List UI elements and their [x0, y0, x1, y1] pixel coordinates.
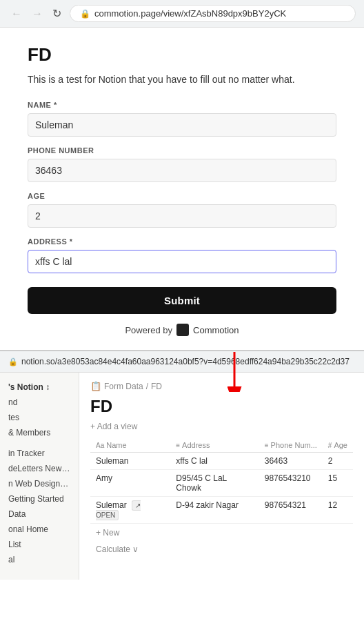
age-label: AGE: [28, 192, 336, 200]
form-page: FD This is a test for Notion that you ha…: [0, 28, 364, 351]
reload-button[interactable]: ↻: [50, 6, 64, 21]
back-button[interactable]: ←: [8, 6, 25, 21]
col-age-icon: #: [328, 442, 332, 449]
notion-table: AaName ≡Address ≡Phone Num... #Age: [90, 438, 353, 524]
sidebar-item-al[interactable]: al: [0, 552, 79, 567]
commotion-link[interactable]: Commotion: [193, 325, 239, 335]
col-age[interactable]: #Age: [323, 438, 353, 453]
cell-address: xffs C lal: [170, 453, 259, 470]
cell-age: 12: [323, 497, 353, 524]
submit-button[interactable]: Submit: [28, 287, 336, 314]
notion-lock-icon: 🔒: [8, 357, 18, 366]
url-text: commotion.page/view/xfZAsbN89dpx9bBY2yCK: [94, 8, 286, 19]
sidebar-item-nd[interactable]: nd: [0, 395, 79, 410]
cell-address: D95/45 C LaL Chowk: [170, 470, 259, 497]
name-label: NAME *: [28, 101, 336, 109]
table-row: Sulemar ↗ OPEN D-94 zakir Nagar 98765432…: [90, 497, 353, 524]
sidebar-item-members[interactable]: & Members: [0, 425, 79, 440]
required-star: *: [54, 101, 57, 109]
required-star-address: *: [70, 237, 73, 246]
nav-buttons: ← → ↻: [8, 6, 64, 21]
lock-icon: 🔒: [80, 9, 90, 19]
form-description: This is a test for Notion that you have …: [28, 72, 336, 87]
notion-page: 's Notion ↕ nd tes & Members in Tracker …: [0, 373, 364, 580]
cell-age: 15: [323, 470, 353, 497]
table-row: Amy D95/45 C LaL Chowk 9876543210 15: [90, 470, 353, 497]
sidebar-item-tracker[interactable]: in Tracker: [0, 446, 79, 461]
calculate-button[interactable]: Calculate ∨: [90, 542, 353, 557]
sidebar-item-newsletter[interactable]: deLetters Newslet...: [0, 461, 79, 476]
phone-label: PHONE NUMBER: [28, 146, 336, 155]
forward-button[interactable]: →: [29, 6, 46, 21]
sidebar-workspace[interactable]: 's Notion ↕: [0, 380, 79, 395]
notion-url: notion.so/a3e8053ac84e4c4fa60aa963124a0b…: [21, 357, 350, 366]
col-name[interactable]: AaName: [90, 438, 170, 453]
open-badge[interactable]: ↗ OPEN: [96, 500, 141, 520]
cell-name[interactable]: Suleman: [90, 453, 170, 470]
cell-phone: 36463: [259, 453, 323, 470]
cell-name[interactable]: Sulemar ↗ OPEN: [90, 497, 170, 524]
breadcrumb-fd: FD: [151, 382, 162, 391]
sidebar-item-tes[interactable]: tes: [0, 410, 79, 425]
sidebar-item-webdesigner[interactable]: n Web Designer Hub: [0, 476, 79, 491]
breadcrumb-formdata: Form Data: [104, 382, 143, 391]
notion-address-bar: 🔒 notion.so/a3e8053ac84e4c4fa60aa963124a…: [0, 351, 364, 373]
address-label: ADDRESS *: [28, 237, 336, 246]
sidebar-item-started[interactable]: Getting Started: [0, 491, 79, 507]
age-input[interactable]: [28, 204, 336, 228]
notion-main: 📋 Form Data / FD FD + Add a view AaName …: [79, 373, 364, 580]
notion-page-title: FD: [90, 397, 353, 416]
cell-name[interactable]: Amy: [90, 470, 170, 497]
col-phone-icon: ≡: [265, 442, 269, 449]
col-phone[interactable]: ≡Phone Num...: [259, 438, 323, 453]
breadcrumb-icon: 📋: [90, 381, 101, 391]
notion-sidebar: 's Notion ↕ nd tes & Members in Tracker …: [0, 373, 79, 580]
browser-chrome: ← → ↻ 🔒 commotion.page/view/xfZAsbN89dpx…: [0, 0, 364, 28]
address-bar[interactable]: 🔒 commotion.page/view/xfZAsbN89dpx9bBY2y…: [70, 5, 356, 22]
sidebar-item-home[interactable]: onal Home: [0, 522, 79, 537]
name-input[interactable]: [28, 113, 336, 137]
commotion-logo: [176, 324, 189, 336]
cell-address: D-94 zakir Nagar: [170, 497, 259, 524]
split-area: 🔒 notion.so/a3e8053ac84e4c4fa60aa963124a…: [0, 351, 364, 580]
new-row-button[interactable]: + New: [90, 524, 353, 542]
phone-input[interactable]: [28, 159, 336, 182]
col-address[interactable]: ≡Address: [170, 438, 259, 453]
address-input[interactable]: [28, 250, 336, 273]
col-name-icon: Aa: [96, 442, 104, 449]
breadcrumb-separator: /: [146, 382, 148, 391]
add-view-button[interactable]: + Add a view: [90, 422, 353, 431]
sidebar-item-blank: [0, 440, 79, 446]
cell-age: 2: [323, 453, 353, 470]
breadcrumb: 📋 Form Data / FD: [90, 381, 353, 391]
cell-phone: 9876543210: [259, 470, 323, 497]
form-title: FD: [28, 44, 336, 66]
powered-by: Powered by Commotion: [28, 324, 336, 336]
sidebar-item-list[interactable]: List: [0, 537, 79, 552]
sidebar-item-data[interactable]: Data: [0, 507, 79, 522]
table-row: Suleman xffs C lal 36463 2: [90, 453, 353, 470]
cell-phone: 987654321: [259, 497, 323, 524]
powered-by-text: Powered by: [125, 325, 172, 335]
col-address-icon: ≡: [176, 442, 180, 449]
